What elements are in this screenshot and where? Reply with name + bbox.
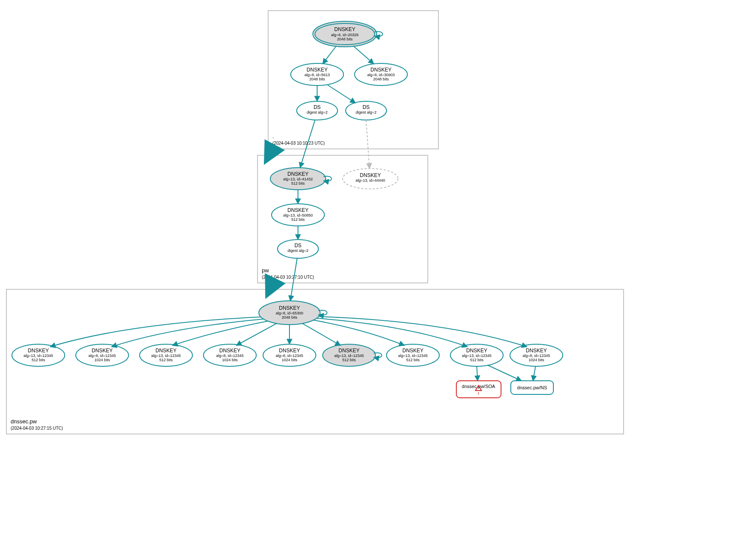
svg-text:512 bits: 512 bits xyxy=(342,358,356,362)
svg-text:1024 bits: 1024 bits xyxy=(282,358,298,362)
svg-text:DNSKEY: DNSKEY xyxy=(466,348,487,354)
svg-text:DNSKEY: DNSKEY xyxy=(287,171,308,177)
svg-text:DS: DS xyxy=(295,243,302,248)
dnssec-k2-node: DNSKEY alg=8, id=12345 1024 bits xyxy=(76,344,129,366)
root-zsk2-node: DNSKEY alg=8, id=30903 2048 bits xyxy=(355,63,407,86)
svg-text:alg=13, id=50850: alg=13, id=50850 xyxy=(283,213,313,217)
dnssec-diagram: . (2024-04-03 10:10:23 UTC) DNSKEY alg=8… xyxy=(0,0,630,460)
root-zsk1-node: DNSKEY alg=8, id=5613 2048 bits xyxy=(291,63,344,86)
root-ds1-node: DS digest alg=2 xyxy=(297,101,338,120)
svg-text:digest alg=2: digest alg=2 xyxy=(307,110,328,114)
dnssec-key-row: DNSKEY alg=13, id=12345 512 bits DNSKEY … xyxy=(12,344,563,366)
edge xyxy=(487,365,521,381)
pw-ksk-node: DNSKEY alg=13, id=41432 512 bits xyxy=(270,168,332,190)
svg-text:DS: DS xyxy=(363,104,370,110)
svg-text:DNSKEY: DNSKEY xyxy=(402,348,423,354)
svg-text:DNSKEY: DNSKEY xyxy=(334,26,355,32)
svg-text:DNSKEY: DNSKEY xyxy=(219,348,240,354)
svg-text:512 bits: 512 bits xyxy=(406,358,420,362)
pw-ds-node: DS digest alg=2 xyxy=(278,240,318,258)
svg-text:DS: DS xyxy=(314,104,321,110)
svg-text:alg=8, id=12345: alg=8, id=12345 xyxy=(276,354,304,358)
svg-text:DNSKEY: DNSKEY xyxy=(92,348,112,354)
edge xyxy=(290,258,297,301)
svg-text:alg=13, id=12345: alg=13, id=12345 xyxy=(462,354,492,358)
zone-root-time: (2024-04-03 10:10:23 UTC) xyxy=(272,141,325,146)
zone-arrow-icon xyxy=(266,149,272,161)
svg-text:alg=8, id=12345: alg=8, id=12345 xyxy=(523,354,550,358)
dnssec-k7-node: DNSKEY alg=13, id=12345 512 bits xyxy=(387,344,439,366)
dnssec-k6-node: DNSKEY alg=13, id=12345 512 bits xyxy=(323,344,382,366)
svg-text:1024 bits: 1024 bits xyxy=(529,358,544,362)
pw-missing-node: DNSKEY alg=13, id=44440 xyxy=(343,168,398,189)
dnssec-k9-node: DNSKEY alg=8, id=12345 1024 bits xyxy=(510,344,563,366)
svg-text:512 bits: 512 bits xyxy=(32,358,45,362)
svg-text:DNSKEY: DNSKEY xyxy=(338,348,359,354)
edge xyxy=(317,318,467,347)
svg-text:alg=13, id=12345: alg=13, id=12345 xyxy=(398,354,428,358)
svg-text:alg=13, id=44440: alg=13, id=44440 xyxy=(355,178,385,183)
svg-text:DNSKEY: DNSKEY xyxy=(28,348,49,354)
svg-text:2048 bits: 2048 bits xyxy=(373,77,389,81)
svg-text:512 bits: 512 bits xyxy=(291,181,305,186)
svg-text:512 bits: 512 bits xyxy=(470,358,484,362)
svg-text:2048 bits: 2048 bits xyxy=(337,37,353,41)
zone-dnssec-label: dnssec.pw xyxy=(11,418,37,425)
svg-text:2048 bits: 2048 bits xyxy=(282,315,298,320)
svg-text:alg=8, id=5613: alg=8, id=5613 xyxy=(304,73,330,77)
edge xyxy=(50,317,261,347)
dnssec-k3-node: DNSKEY alg=13, id=12345 512 bits xyxy=(140,344,192,366)
svg-text:alg=8, id=30903: alg=8, id=30903 xyxy=(367,73,395,77)
edge xyxy=(302,323,341,345)
svg-text:DNSKEY: DNSKEY xyxy=(360,172,381,178)
root-ds2-node: DS digest alg=2 xyxy=(346,101,387,120)
rr-soa: dnssec.pw/SOA ! xyxy=(456,381,501,398)
dnssec-k5-node: DNSKEY alg=8, id=12345 1024 bits xyxy=(263,344,316,366)
edge xyxy=(533,366,536,381)
svg-text:alg=8, id=12345: alg=8, id=12345 xyxy=(216,354,244,358)
svg-text:alg=13, id=12345: alg=13, id=12345 xyxy=(334,354,364,358)
svg-text:DNSKEY: DNSKEY xyxy=(287,207,308,213)
zone-pw-time: (2024-04-03 10:27:10 UTC) xyxy=(262,275,314,280)
edge xyxy=(112,319,263,347)
svg-text:alg=13, id=41432: alg=13, id=41432 xyxy=(283,177,313,181)
svg-text:alg=13, id=12345: alg=13, id=12345 xyxy=(23,354,53,358)
edge xyxy=(172,321,267,345)
svg-text:alg=8, id=65300: alg=8, id=65300 xyxy=(276,311,304,315)
edge xyxy=(353,46,374,64)
svg-text:512 bits: 512 bits xyxy=(291,217,305,222)
svg-text:DNSKEY: DNSKEY xyxy=(279,348,300,354)
edge xyxy=(328,85,355,103)
root-ksk-node: DNSKEY alg=8, id=20326 2048 bits xyxy=(313,21,383,47)
zone-dnssec-time: (2024-04-03 10:27:15 UTC) xyxy=(11,426,63,431)
edge-dashed xyxy=(366,120,369,168)
dnssec-k8-node: DNSKEY alg=13, id=12345 512 bits xyxy=(450,344,503,366)
zone-pw-label: pw xyxy=(262,267,269,274)
svg-text:alg=13, id=12345: alg=13, id=12345 xyxy=(151,354,181,358)
svg-text:!: ! xyxy=(478,391,479,396)
svg-text:digest alg=2: digest alg=2 xyxy=(288,248,309,253)
zone-root-label: . xyxy=(272,133,274,140)
svg-text:alg=8, id=20326: alg=8, id=20326 xyxy=(331,33,359,37)
svg-text:1024 bits: 1024 bits xyxy=(94,358,110,362)
rr-ns: dnssec.pw/NS xyxy=(511,381,553,394)
svg-text:DNSKEY: DNSKEY xyxy=(526,348,547,354)
svg-text:DNSKEY: DNSKEY xyxy=(306,67,327,73)
edge xyxy=(323,46,336,64)
edge xyxy=(477,366,478,381)
svg-text:1024 bits: 1024 bits xyxy=(222,358,238,362)
dnssec-k1-node: DNSKEY alg=13, id=12345 512 bits xyxy=(12,344,65,366)
svg-text:digest alg=2: digest alg=2 xyxy=(356,110,377,114)
svg-text:2048 bits: 2048 bits xyxy=(309,77,325,81)
pw-zsk-node: DNSKEY alg=13, id=50850 512 bits xyxy=(272,204,324,226)
edge xyxy=(313,320,404,345)
dnssec-k4-node: DNSKEY alg=8, id=12345 1024 bits xyxy=(203,344,256,366)
svg-text:dnssec.pw/NS: dnssec.pw/NS xyxy=(517,385,547,390)
svg-text:DNSKEY: DNSKEY xyxy=(155,348,176,354)
svg-text:DNSKEY: DNSKEY xyxy=(370,67,391,73)
svg-text:alg=8, id=12345: alg=8, id=12345 xyxy=(89,354,116,358)
svg-text:512 bits: 512 bits xyxy=(159,358,173,362)
svg-text:DNSKEY: DNSKEY xyxy=(279,305,300,311)
